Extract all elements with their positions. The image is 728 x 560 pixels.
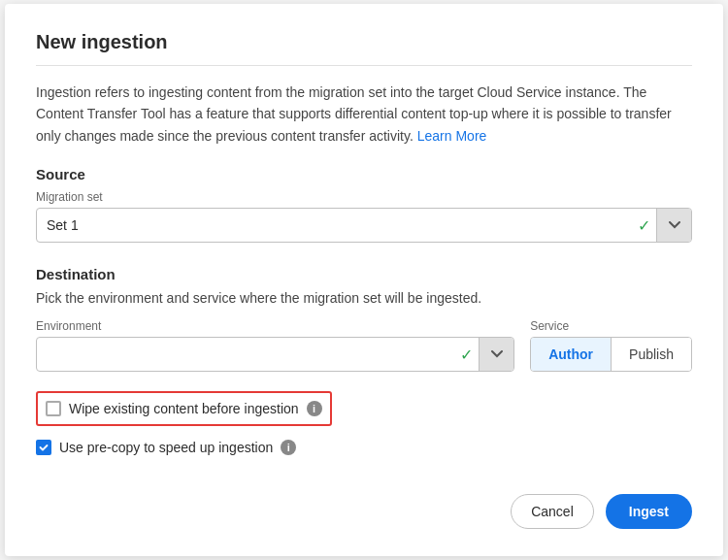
- environment-select-wrapper: ✓: [36, 337, 514, 372]
- environment-input[interactable]: [37, 338, 454, 371]
- wipe-info-icon[interactable]: i: [307, 401, 322, 416]
- service-button-group: Author Publish: [530, 337, 692, 372]
- migration-set-label: Migration set: [36, 190, 692, 204]
- dialog-footer: Cancel Ingest: [36, 494, 692, 529]
- migration-set-chevron-button[interactable]: [656, 208, 691, 243]
- service-label: Service: [530, 319, 692, 333]
- environment-field: Environment ✓: [36, 319, 514, 372]
- environment-label: Environment: [36, 319, 514, 333]
- environment-check-icon: ✓: [454, 346, 479, 364]
- wipe-content-label: Wipe existing content before ingestion: [69, 401, 299, 416]
- source-section-title: Source: [36, 166, 692, 182]
- destination-section: Destination Pick the environment and ser…: [36, 266, 692, 372]
- service-field: Service Author Publish: [530, 319, 692, 372]
- new-ingestion-dialog: New ingestion Ingestion refers to ingest…: [5, 4, 723, 556]
- migration-set-input[interactable]: [37, 209, 632, 242]
- env-service-row: Environment ✓ Service Author Publish: [36, 319, 692, 372]
- destination-section-title: Destination: [36, 266, 692, 282]
- divider: [36, 65, 692, 66]
- wipe-content-row: Wipe existing content before ingestion i: [36, 391, 332, 426]
- chevron-down-icon: [669, 221, 680, 229]
- dialog-description: Ingestion refers to ingesting content fr…: [36, 82, 692, 147]
- dialog-title: New ingestion: [36, 31, 692, 53]
- author-service-button[interactable]: Author: [531, 338, 612, 371]
- precopy-label: Use pre-copy to speed up ingestion: [59, 440, 273, 455]
- precopy-info-icon[interactable]: i: [281, 440, 296, 455]
- precopy-row: Use pre-copy to speed up ingestion i: [36, 440, 692, 455]
- cancel-button[interactable]: Cancel: [511, 494, 594, 529]
- migration-set-check-icon: ✓: [632, 216, 656, 235]
- source-section: Source Migration set ✓: [36, 166, 692, 243]
- ingest-button[interactable]: Ingest: [606, 494, 692, 529]
- environment-chevron-button[interactable]: [479, 337, 513, 372]
- publish-service-button[interactable]: Publish: [612, 338, 691, 371]
- wipe-content-checkbox[interactable]: [46, 401, 61, 416]
- chevron-down-icon: [491, 350, 503, 358]
- learn-more-link[interactable]: Learn More: [417, 128, 487, 144]
- precopy-checkbox[interactable]: [36, 440, 51, 455]
- checkmark-icon: [39, 443, 49, 452]
- destination-description: Pick the environment and service where t…: [36, 290, 692, 306]
- migration-set-select-wrapper: ✓: [36, 208, 692, 243]
